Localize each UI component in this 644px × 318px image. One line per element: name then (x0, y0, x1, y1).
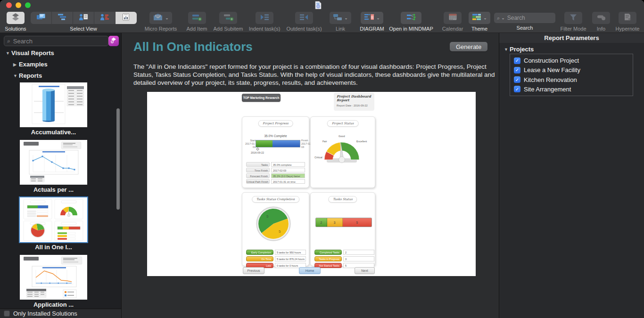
start-date: 2017-01-01 (243, 142, 256, 149)
view-resource-button[interactable] (94, 12, 116, 24)
page-title: All In One Indicators (133, 40, 253, 54)
disclosure-triangle-icon[interactable]: ▼ (13, 73, 19, 78)
project-checkbox[interactable]: ✓ (514, 57, 520, 64)
report-page-icon (121, 13, 131, 23)
diagram-button[interactable]: ⌄ DIAGRAM (357, 12, 387, 32)
solutions-button[interactable]: Solutions (4, 12, 27, 32)
outline-icon (58, 13, 67, 23)
sidebar: ⌕ ▼ Visual Reports ▶ Examples ▼ Reports (0, 33, 122, 318)
report-thumbnail-label: Actuals per ... (6, 186, 101, 193)
tasks-stacked-bar: 2 3 5 (315, 218, 372, 227)
table-label: Critical Path Finish (246, 179, 270, 184)
chevron-down-icon: ⌄ (501, 16, 505, 20)
mindmap-icon (406, 13, 416, 23)
view-reports-button[interactable] (116, 12, 137, 24)
info-button[interactable]: Info (590, 12, 612, 32)
next-button[interactable]: Next (355, 267, 375, 274)
minimize-button[interactable] (16, 2, 21, 8)
report-thumbnail-label: Application ... (6, 301, 101, 308)
report-thumbnail-accumulative[interactable] (20, 82, 87, 127)
presentation-icon (36, 13, 46, 23)
project-row: ✓ Site Arrangement (514, 85, 629, 93)
hypernote-icon (623, 13, 632, 23)
view-outline-button[interactable] (52, 12, 73, 24)
link-button[interactable]: ⌄ Link (327, 12, 354, 32)
theme-icon (472, 13, 481, 23)
pie-green-count: 5 (266, 214, 269, 219)
sidebar-search-input[interactable] (12, 37, 97, 45)
project-checkbox[interactable]: ✓ (514, 67, 520, 73)
project-checkbox[interactable]: ✓ (514, 76, 520, 83)
report-info-box: Project Dashboard Report Report Date : 2… (334, 93, 374, 111)
home-button[interactable]: Home (299, 267, 321, 274)
indent-tasks-button[interactable]: Indent task(s) (247, 12, 282, 32)
add-subitem-button[interactable]: Add Subitem (213, 12, 243, 32)
only-installed-label: Only Installed Solutions (13, 310, 77, 317)
hypernote-button[interactable]: Hypernote (613, 12, 642, 32)
report-title: Project Dashboard Report (337, 95, 372, 102)
project-name: Construction Project (524, 57, 579, 64)
progress-table: Tasks35.0% complete Time Finish2017-02-0… (246, 162, 305, 184)
report-thumbnail-application[interactable] (20, 255, 87, 300)
open-in-mindmap-button[interactable]: Open in MINDMAP (388, 12, 435, 32)
outdent-tasks-button[interactable]: Outdent task(s) (285, 12, 323, 32)
tasks-status-legend: Completed Tasks2 Tasks in Progress3 Not … (314, 250, 374, 268)
previous-button[interactable]: Previous (243, 267, 264, 274)
solutions-store-button[interactable] (108, 36, 119, 46)
close-button[interactable] (6, 2, 12, 8)
chevron-down-icon: ⌄ (165, 16, 169, 20)
toolbar-search: ⌕ ⌄ Search (494, 12, 555, 31)
legend-value: 3 (343, 256, 374, 261)
completion-legend: Early Completion5 tasks for 950 hours On… (246, 250, 306, 268)
panel-title: Report Parameters (499, 33, 644, 43)
projects-group[interactable]: ▼ Projects (504, 46, 534, 53)
gauge-label-critical: Critical (314, 156, 322, 159)
micro-reports-button[interactable]: ⌄ Micro Reports (144, 12, 177, 32)
report-thumbnail-all-in-one[interactable] (20, 197, 87, 242)
table-label: Forecast Finish (246, 173, 270, 178)
bar-completed: 2 (316, 218, 327, 227)
disclosure-triangle-icon[interactable]: ▼ (6, 51, 11, 56)
store-diamond-icon (110, 37, 117, 45)
tree-item-reports[interactable]: ▼ Reports (13, 72, 42, 79)
only-installed-checkbox[interactable] (4, 310, 10, 317)
project-checkbox[interactable]: ✓ (514, 86, 520, 92)
sidebar-search-field: ⌕ (4, 36, 108, 46)
sidebar-scrollbar[interactable] (116, 108, 120, 210)
gauge-label-fair: Fair (322, 140, 327, 143)
person-list-icon (79, 13, 88, 23)
report-date: 2016-09-22 (354, 104, 368, 107)
card-title: Tasks Status (328, 196, 357, 203)
app-window: Solutions Select View ⌄ Micro Reports (0, 0, 644, 318)
search-icon: ⌕ (7, 38, 10, 44)
disclosure-triangle-icon[interactable]: ▼ (504, 47, 510, 52)
bar-in-progress: 3 (327, 218, 343, 227)
project-name-chip: TOP Marketing Research (242, 94, 281, 102)
today-marker-date: 2016-09-22 (251, 151, 264, 154)
main-content: All In One Indicators Generate The "All … (122, 33, 499, 318)
chevron-down-icon: ⌄ (376, 16, 380, 20)
view-task-list-button[interactable] (73, 12, 94, 24)
project-name: Lease a New Facility (524, 66, 580, 73)
view-presentation-button[interactable] (31, 12, 52, 24)
disclosure-triangle-icon[interactable]: ▶ (13, 62, 19, 67)
filter-mode-button[interactable]: Filter Mode (559, 12, 587, 32)
outdent-icon (299, 14, 309, 23)
theme-button[interactable]: ⌄ Theme (467, 12, 492, 32)
today-marker-icon (256, 147, 259, 151)
tree-item-visual-reports[interactable]: ▼ Visual Reports (6, 49, 54, 57)
bar-not-started: 5 (343, 218, 372, 227)
search-input[interactable] (506, 14, 553, 22)
solutions-icon (11, 13, 20, 23)
tasks-status-card: Tasks Status 2 3 5 Completed Tasks2 Task… (310, 192, 375, 266)
report-parameters-panel: Report Parameters ▼ Projects ✓ Construct… (499, 33, 644, 318)
table-value: 2017-01-31 on time (271, 179, 305, 184)
generate-button[interactable]: Generate (450, 42, 487, 51)
report-thumbnail-actuals[interactable] (20, 140, 87, 185)
progress-bar (256, 140, 300, 147)
tree-item-examples[interactable]: ▶ Examples (13, 61, 48, 68)
calendar-icon (448, 13, 457, 23)
calendar-button[interactable]: Calendar (439, 12, 466, 32)
add-item-button[interactable]: Add Item (184, 12, 210, 32)
zoom-button[interactable] (25, 2, 31, 8)
